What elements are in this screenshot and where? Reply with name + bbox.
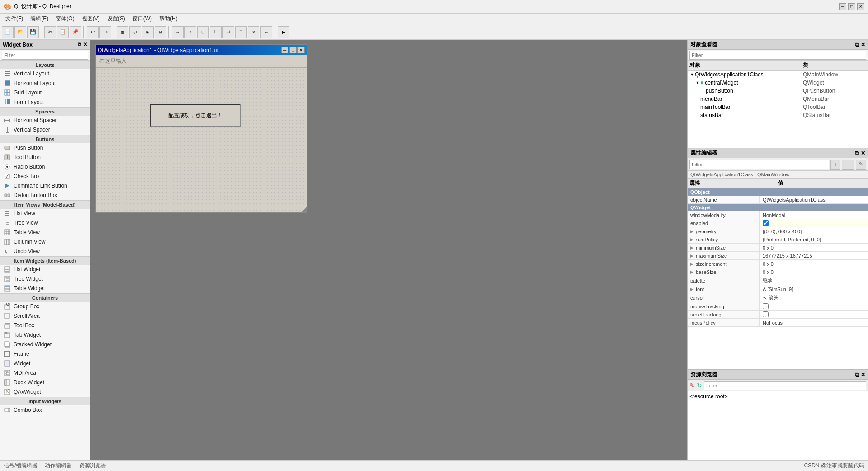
widget-tab-widget[interactable]: Tab Widget (0, 330, 90, 340)
widget-tool-box[interactable]: Tool Box (0, 321, 90, 330)
section-item-views[interactable]: Item Views (Model-Based) (0, 200, 90, 209)
resource-filter-input[interactable] (704, 381, 866, 390)
reload-resource-icon[interactable]: ↻ (697, 382, 702, 389)
widget-table-view[interactable]: Table View (0, 228, 90, 237)
widget-vertical-spacer[interactable]: Vertical Spacer (0, 125, 90, 135)
pe-float-icon[interactable]: ⧉ (855, 150, 859, 156)
widget-qaxwidget[interactable]: X QAxWidget (0, 387, 90, 397)
close-button[interactable]: ✕ (857, 3, 864, 10)
toolbar-open[interactable]: 📂 (14, 26, 26, 38)
widget-dock-widget[interactable]: Dock Widget (0, 378, 90, 387)
toolbar-buddy[interactable]: ⊞ (142, 26, 154, 38)
menu-edit[interactable]: 编辑(E) (27, 14, 52, 24)
oi-float-icon[interactable]: ⧉ (855, 42, 859, 48)
widget-table-widget[interactable]: Table Widget (0, 284, 90, 293)
widget-radio-button[interactable]: Radio Button (0, 162, 90, 172)
widget-horizontal-spacer[interactable]: Horizontal Spacer (0, 116, 90, 125)
menu-form[interactable]: 窗体(O) (52, 14, 78, 24)
status-tab-signals[interactable]: 信号/槽编辑器 (4, 462, 38, 470)
prop-row-font[interactable]: ▶ font A[SimSun, 9] (688, 285, 868, 293)
widget-scroll-area[interactable]: Scroll Area (0, 311, 90, 321)
form-resize-handle[interactable] (301, 207, 307, 212)
prop-row-cursor[interactable]: cursor ↖箭头 (688, 293, 868, 302)
form-close-btn[interactable]: ✕ (297, 47, 305, 53)
prop-value-cursor[interactable]: ↖箭头 (760, 293, 868, 302)
minimize-button[interactable]: ─ (839, 3, 846, 10)
prop-row-basesize[interactable]: ▶ baseSize 0 x 0 (688, 268, 868, 276)
menu-settings[interactable]: 设置(S) (104, 14, 129, 24)
widget-box-float-icon[interactable]: ⧉ (78, 42, 81, 47)
toolbar-layout-h[interactable]: ↔ (172, 26, 184, 38)
prop-table[interactable]: QObject objectName QtWidgetsApplication1… (688, 188, 868, 369)
prop-value-tablettracking[interactable] (760, 311, 868, 318)
tree-row-app[interactable]: ▼ QtWidgetsApplication1Class QMainWindow (688, 71, 868, 79)
prop-row-focuspolicy[interactable]: focusPolicy NoFocus (688, 319, 868, 327)
toolbar-layout-hsplit[interactable]: ⊣ (222, 26, 234, 38)
resource-tree[interactable]: <resource root> (688, 391, 778, 460)
status-tab-actions[interactable]: 动作编辑器 (45, 462, 72, 470)
prop-value-font[interactable]: A[SimSun, 9] (760, 285, 868, 293)
toolbar-tab-order[interactable]: ⊟ (155, 26, 166, 38)
prop-row-geometry[interactable]: ▶ geometry [(0, 0), 600 x 400] (688, 227, 868, 236)
prop-value-basesize[interactable]: 0 x 0 (760, 268, 868, 276)
prop-filter-input[interactable] (689, 160, 829, 169)
toolbar-undo[interactable]: ↩ (87, 26, 99, 38)
prop-value-geometry[interactable]: [(0, 0), 600 x 400] (760, 227, 868, 235)
toolbar-redo[interactable]: ↪ (99, 26, 111, 38)
widget-box-close-icon[interactable]: ✕ (83, 42, 87, 47)
widget-stacked-widget[interactable]: Stacked Widget (0, 340, 90, 349)
widget-check-box[interactable]: ✓ Check Box (0, 172, 90, 181)
edit-resource-icon[interactable]: ✎ (689, 382, 695, 389)
prop-remove-btn[interactable]: — (842, 160, 854, 170)
status-tab-resources[interactable]: 资源浏览器 (79, 462, 106, 470)
widget-tree-view[interactable]: Tree View (0, 218, 90, 228)
resource-items[interactable] (778, 391, 868, 460)
prop-row-objectname[interactable]: objectName QtWidgetsApplication1Class (688, 196, 868, 204)
toolbar-new[interactable]: 📄 (2, 26, 14, 38)
prop-row-palette[interactable]: palette 继承 (688, 276, 868, 285)
prop-row-mousetracking[interactable]: mouseTracking (688, 302, 868, 311)
rb-float-icon[interactable]: ⧉ (855, 372, 859, 378)
section-containers[interactable]: Containers (0, 293, 90, 302)
mousetracking-checkbox[interactable] (763, 303, 769, 309)
toolbar-widget-editor[interactable]: ▦ (117, 26, 128, 38)
form-maximize-btn[interactable]: □ (289, 47, 297, 53)
tree-row-central[interactable]: ▼ ■ centralWidget QWidget (688, 79, 868, 87)
widget-dialog-button-box[interactable]: Dialog Button Box (0, 191, 90, 200)
widget-combo-box[interactable]: ▼ Combo Box (0, 405, 90, 415)
section-spacers[interactable]: Spacers (0, 107, 90, 116)
toolbar-layout-form[interactable]: ⊢ (210, 26, 222, 38)
toolbar-save[interactable]: 💾 (27, 26, 39, 38)
tree-row-menu[interactable]: menuBar QMenuBar (688, 95, 868, 103)
toolbar-adjust-size[interactable]: ↔ (260, 26, 272, 38)
prop-row-windowmodality[interactable]: windowModality NonModal (688, 211, 868, 219)
form-button[interactable]: 配置成功，点击退出！ (150, 104, 241, 127)
widget-tool-button[interactable]: T Tool Button (0, 153, 90, 162)
prop-value-palette[interactable]: 继承 (760, 276, 868, 285)
widget-tree-widget[interactable]: Tree Widget (0, 274, 90, 284)
toolbar-layout-v[interactable]: ↕ (184, 26, 196, 38)
prop-edit-btn[interactable]: ✎ (856, 160, 866, 170)
toolbar-paste[interactable]: 📌 (70, 26, 81, 38)
widget-horizontal-layout[interactable]: Horizontal Layout (0, 79, 90, 88)
toolbar-cut[interactable]: ✂ (44, 26, 56, 38)
section-buttons[interactable]: Buttons (0, 135, 90, 143)
oi-close-icon[interactable]: ✕ (861, 42, 865, 48)
widget-list-widget[interactable]: List Widget (0, 265, 90, 274)
prop-value-sizeincrement[interactable]: 0 x 0 (760, 260, 868, 268)
prop-row-maximumsize[interactable]: ▶ maximumSize 16777215 x 16777215 (688, 252, 868, 260)
section-layouts[interactable]: Layouts (0, 61, 90, 69)
section-input-widgets[interactable]: Input Widgets (0, 397, 90, 405)
widget-column-view[interactable]: Column View (0, 237, 90, 247)
prop-add-btn[interactable]: + (830, 160, 840, 170)
tree-row-toolbar[interactable]: mainToolBar QToolBar (688, 103, 868, 111)
form-canvas[interactable]: 配置成功，点击退出！ (96, 68, 307, 212)
toolbar-break-layout[interactable]: ✕ (248, 26, 259, 38)
section-item-widgets[interactable]: Item Widgets (Item-Based) (0, 256, 90, 265)
maximize-button[interactable]: □ (848, 3, 855, 10)
enabled-checkbox[interactable] (763, 220, 769, 226)
oi-filter-input[interactable] (689, 51, 866, 60)
widget-group-box[interactable]: GB Group Box (0, 302, 90, 311)
menu-view[interactable]: 视图(V) (78, 14, 104, 24)
widget-grid-layout[interactable]: Grid Layout (0, 88, 90, 98)
